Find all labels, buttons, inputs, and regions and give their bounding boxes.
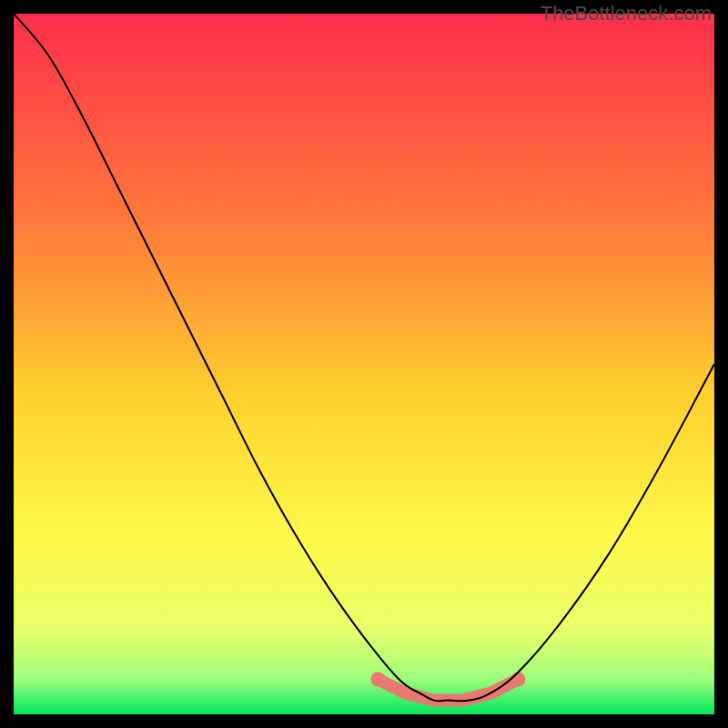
chart-svg (14, 14, 714, 714)
highlight-dot (370, 672, 385, 687)
highlight-dot (511, 672, 525, 687)
gradient-background (14, 14, 714, 714)
plot-area (14, 14, 714, 714)
watermark-text: TheBottleneck.com (541, 2, 712, 25)
chart-container: TheBottleneck.com (0, 0, 728, 728)
